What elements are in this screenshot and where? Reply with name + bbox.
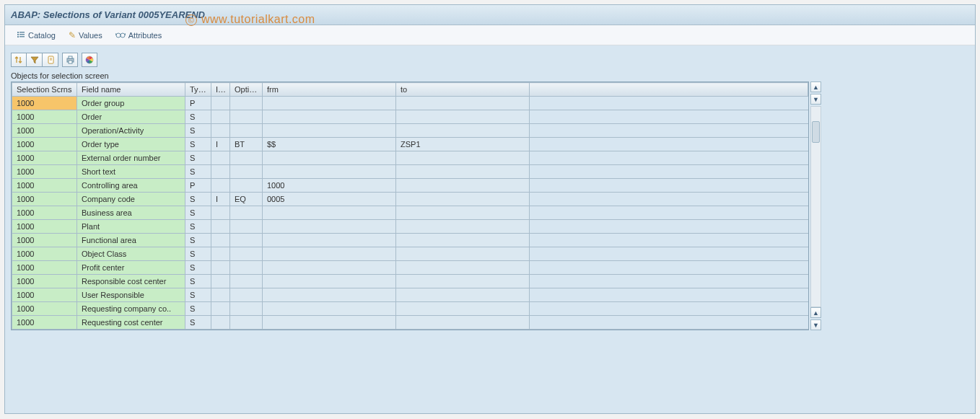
print-button[interactable] bbox=[62, 53, 78, 67]
scroll-up-button[interactable]: ▲ bbox=[810, 81, 821, 92]
type-cell[interactable]: S bbox=[185, 275, 211, 288]
to-cell[interactable] bbox=[396, 247, 530, 261]
find-button[interactable] bbox=[43, 53, 58, 67]
selection-scrn-cell[interactable]: 1000 bbox=[12, 316, 77, 330]
frm-cell[interactable]: 0005 bbox=[263, 193, 396, 206]
scroll-up-page-button[interactable]: ▲ bbox=[810, 307, 821, 318]
ie-cell[interactable] bbox=[211, 288, 230, 302]
frm-cell[interactable]: $$ bbox=[263, 138, 396, 151]
type-cell[interactable]: S bbox=[185, 247, 211, 261]
type-cell[interactable]: S bbox=[185, 110, 211, 124]
to-cell[interactable] bbox=[396, 165, 530, 179]
selection-scrn-cell[interactable]: 1000 bbox=[12, 261, 77, 275]
selection-scrn-cell[interactable]: 1000 bbox=[12, 138, 77, 151]
selection-scrn-cell[interactable]: 1000 bbox=[12, 124, 77, 138]
selection-scrn-cell[interactable]: 1000 bbox=[12, 97, 77, 110]
option-cell[interactable] bbox=[230, 234, 263, 247]
to-cell[interactable]: ZSP1 bbox=[396, 138, 530, 151]
table-row[interactable]: 1000Requesting cost centerS bbox=[12, 316, 808, 330]
field-name-cell[interactable]: User Responsible bbox=[77, 288, 185, 302]
scroll-thumb[interactable] bbox=[812, 121, 820, 143]
color-button[interactable] bbox=[82, 53, 97, 67]
option-cell[interactable] bbox=[230, 220, 263, 234]
frm-cell[interactable] bbox=[263, 165, 396, 179]
selection-scrn-cell[interactable]: 1000 bbox=[12, 165, 77, 179]
field-name-cell[interactable]: Controlling area bbox=[77, 179, 185, 193]
frm-cell[interactable] bbox=[263, 220, 396, 234]
table-row[interactable]: 1000User ResponsibleS bbox=[12, 288, 808, 302]
frm-cell[interactable] bbox=[263, 288, 396, 302]
to-cell[interactable] bbox=[396, 206, 530, 220]
to-cell[interactable] bbox=[396, 110, 530, 124]
field-name-cell[interactable]: Requesting cost center bbox=[77, 316, 185, 330]
table-row[interactable]: 1000OrderS bbox=[12, 110, 808, 124]
toolbar-attributes[interactable]: Attributes bbox=[115, 31, 162, 40]
option-cell[interactable] bbox=[230, 316, 263, 330]
table-row[interactable]: 1000Responsible cost centerS bbox=[12, 275, 808, 288]
type-cell[interactable]: S bbox=[185, 124, 211, 138]
to-cell[interactable] bbox=[396, 275, 530, 288]
selection-scrn-cell[interactable]: 1000 bbox=[12, 275, 77, 288]
frm-cell[interactable] bbox=[263, 151, 396, 165]
to-cell[interactable] bbox=[396, 288, 530, 302]
field-name-cell[interactable]: External order number bbox=[77, 151, 185, 165]
table-row[interactable]: 1000Short textS bbox=[12, 165, 808, 179]
toolbar-values[interactable]: Values bbox=[69, 30, 102, 40]
col-header-to[interactable]: to bbox=[396, 83, 530, 97]
ie-cell[interactable] bbox=[211, 316, 230, 330]
field-name-cell[interactable]: Object Class bbox=[77, 247, 185, 261]
col-header-ie[interactable]: I/E bbox=[211, 83, 230, 97]
ie-cell[interactable]: I bbox=[211, 138, 230, 151]
ie-cell[interactable] bbox=[211, 179, 230, 193]
scroll-track[interactable] bbox=[810, 106, 821, 307]
option-cell[interactable] bbox=[230, 165, 263, 179]
option-cell[interactable]: BT bbox=[230, 138, 263, 151]
ie-cell[interactable] bbox=[211, 247, 230, 261]
frm-cell[interactable] bbox=[263, 302, 396, 316]
type-cell[interactable]: S bbox=[185, 302, 211, 316]
selection-scrn-cell[interactable]: 1000 bbox=[12, 302, 77, 316]
to-cell[interactable] bbox=[396, 124, 530, 138]
field-name-cell[interactable]: Profit center bbox=[77, 261, 185, 275]
type-cell[interactable]: S bbox=[185, 138, 211, 151]
frm-cell[interactable] bbox=[263, 275, 396, 288]
to-cell[interactable] bbox=[396, 179, 530, 193]
selection-scrn-cell[interactable]: 1000 bbox=[12, 220, 77, 234]
type-cell[interactable]: P bbox=[185, 97, 211, 110]
type-cell[interactable]: S bbox=[185, 151, 211, 165]
frm-cell[interactable] bbox=[263, 97, 396, 110]
table-row[interactable]: 1000Profit centerS bbox=[12, 261, 808, 275]
table-row[interactable]: 1000PlantS bbox=[12, 220, 808, 234]
field-name-cell[interactable]: Order type bbox=[77, 138, 185, 151]
option-cell[interactable] bbox=[230, 124, 263, 138]
to-cell[interactable] bbox=[396, 193, 530, 206]
table-row[interactable]: 1000Controlling areaP1000 bbox=[12, 179, 808, 193]
frm-cell[interactable]: 1000 bbox=[263, 179, 396, 193]
option-cell[interactable] bbox=[230, 247, 263, 261]
selection-scrn-cell[interactable]: 1000 bbox=[12, 193, 77, 206]
frm-cell[interactable] bbox=[263, 234, 396, 247]
frm-cell[interactable] bbox=[263, 124, 396, 138]
type-cell[interactable]: S bbox=[185, 316, 211, 330]
table-row[interactable]: 1000Functional areaS bbox=[12, 234, 808, 247]
type-cell[interactable]: P bbox=[185, 179, 211, 193]
field-name-cell[interactable]: Company code bbox=[77, 193, 185, 206]
selection-scrn-cell[interactable]: 1000 bbox=[12, 206, 77, 220]
frm-cell[interactable] bbox=[263, 316, 396, 330]
to-cell[interactable] bbox=[396, 234, 530, 247]
scroll-down-step-button[interactable]: ▼ bbox=[810, 94, 821, 105]
option-cell[interactable] bbox=[230, 179, 263, 193]
scroll-down-button[interactable]: ▼ bbox=[810, 319, 821, 330]
toolbar-catalog[interactable]: Catalog bbox=[17, 30, 56, 40]
to-cell[interactable] bbox=[396, 302, 530, 316]
type-cell[interactable]: S bbox=[185, 193, 211, 206]
col-header-field[interactable]: Field name bbox=[77, 83, 185, 97]
selection-scrn-cell[interactable]: 1000 bbox=[12, 110, 77, 124]
ie-cell[interactable] bbox=[211, 97, 230, 110]
table-row[interactable]: 1000External order numberS bbox=[12, 151, 808, 165]
col-header-frm[interactable]: frm bbox=[263, 83, 396, 97]
option-cell[interactable] bbox=[230, 302, 263, 316]
col-header-option[interactable]: Option bbox=[230, 83, 263, 97]
col-header-type[interactable]: Type bbox=[185, 83, 211, 97]
sort-button[interactable] bbox=[11, 53, 27, 67]
